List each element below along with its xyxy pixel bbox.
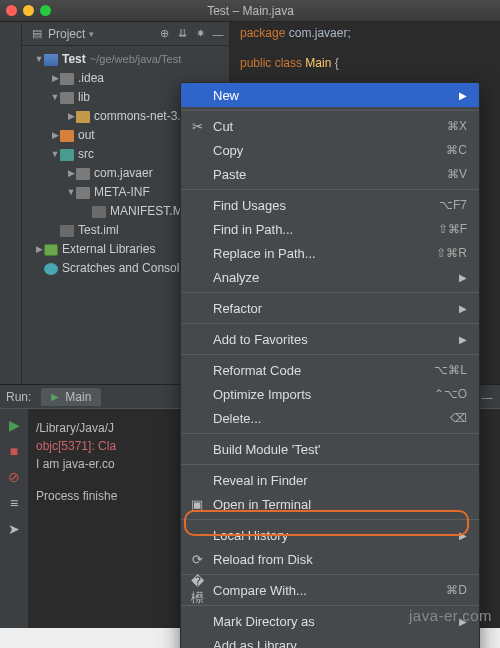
hide-icon[interactable]: — bbox=[211, 27, 225, 41]
exit-icon[interactable]: ⊘ bbox=[6, 469, 22, 485]
watermark: java-er.com bbox=[409, 607, 492, 624]
project-panel-title: Project bbox=[48, 27, 85, 41]
menu-reveal-finder[interactable]: Reveal in Finder bbox=[181, 468, 479, 492]
menu-copy[interactable]: Copy⌘C bbox=[181, 138, 479, 162]
menu-analyze[interactable]: Analyze▶ bbox=[181, 265, 479, 289]
tree-root[interactable]: ▼ Test ~/ge/web/java/Test bbox=[22, 50, 229, 69]
menu-compare-with[interactable]: �櫒Compare With...⌘D bbox=[181, 578, 479, 602]
run-gutter: ▶ ■ ⊘ ≡ ➤ bbox=[0, 409, 28, 628]
gear-icon[interactable]: ✷ bbox=[193, 27, 207, 41]
menu-paste[interactable]: Paste⌘V bbox=[181, 162, 479, 186]
run-hide-icon[interactable]: — bbox=[480, 390, 494, 404]
menu-local-history[interactable]: Local History▶ bbox=[181, 523, 479, 547]
pin-icon[interactable]: ➤ bbox=[6, 521, 22, 537]
code-line: public class Main { bbox=[240, 56, 500, 70]
rerun-icon[interactable]: ▶ bbox=[6, 417, 22, 433]
menu-find-usages[interactable]: Find Usages⌥F7 bbox=[181, 193, 479, 217]
menu-open-terminal[interactable]: ▣Open in Terminal bbox=[181, 492, 479, 516]
code-line: package com.javaer; bbox=[240, 26, 500, 40]
menu-new[interactable]: New▶ bbox=[181, 83, 479, 107]
window-titlebar: Test – Main.java bbox=[0, 0, 500, 22]
menu-delete[interactable]: Delete...⌫ bbox=[181, 406, 479, 430]
run-tab-main[interactable]: ▶ Main bbox=[41, 388, 101, 406]
menu-reformat[interactable]: Reformat Code⌥⌘L bbox=[181, 358, 479, 382]
menu-add-favorites[interactable]: Add to Favorites▶ bbox=[181, 327, 479, 351]
window-title: Test – Main.java bbox=[1, 4, 500, 18]
project-panel-header[interactable]: ▤ Project ▾ ⊕ ⇊ ✷ — bbox=[22, 22, 229, 46]
menu-refactor[interactable]: Refactor▶ bbox=[181, 296, 479, 320]
context-menu: New▶ ✂Cut⌘X Copy⌘C Paste⌘V Find Usages⌥F… bbox=[180, 82, 480, 648]
layout-icon[interactable]: ≡ bbox=[6, 495, 22, 511]
project-icon: ▤ bbox=[30, 27, 44, 41]
run-label: Run: bbox=[6, 390, 31, 404]
menu-find-in-path[interactable]: Find in Path...⇧⌘F bbox=[181, 217, 479, 241]
menu-add-as-library[interactable]: Add as Library... bbox=[181, 633, 479, 648]
menu-replace-in-path[interactable]: Replace in Path...⇧⌘R bbox=[181, 241, 479, 265]
locate-icon[interactable]: ⊕ bbox=[157, 27, 171, 41]
menu-reload-disk[interactable]: ⟳Reload from Disk bbox=[181, 547, 479, 571]
menu-optimize-imports[interactable]: Optimize Imports⌃⌥O bbox=[181, 382, 479, 406]
collapse-icon[interactable]: ⇊ bbox=[175, 27, 189, 41]
menu-build-module[interactable]: Build Module 'Test' bbox=[181, 437, 479, 461]
stop-icon[interactable]: ■ bbox=[6, 443, 22, 459]
menu-cut[interactable]: ✂Cut⌘X bbox=[181, 114, 479, 138]
